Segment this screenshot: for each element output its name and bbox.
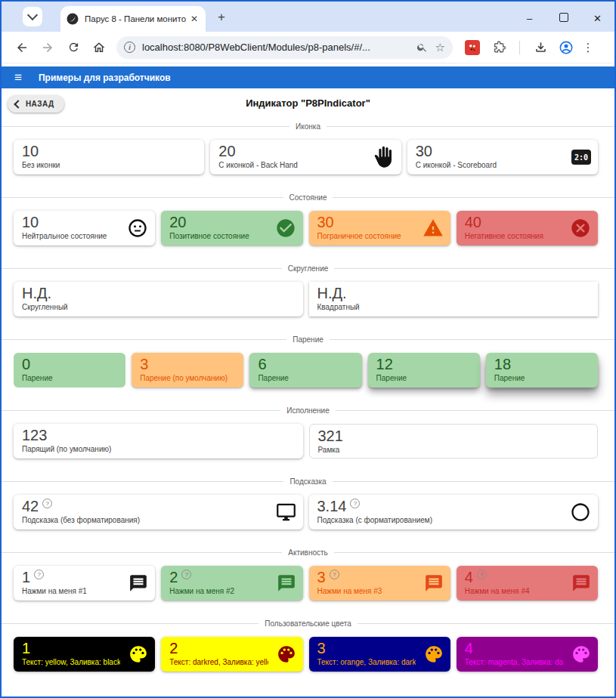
indicator-card[interactable]: 3 Парение (по умолчанию) — [132, 353, 243, 388]
reload-button[interactable] — [60, 35, 86, 60]
back-hand-icon — [372, 146, 395, 168]
section-divider-custom-colors: Пользовательские цвета — [2, 618, 614, 629]
section-divider-elevation: Парение — [2, 334, 614, 344]
downloads-button[interactable] — [528, 35, 553, 60]
scoreboard-icon: 2:0 — [571, 150, 591, 165]
section-divider-tooltip: Подсказка — [2, 476, 614, 486]
section-divider-icon: Иконка — [2, 121, 614, 131]
palette-icon — [424, 644, 444, 664]
profile-button[interactable] — [553, 35, 579, 60]
row-icons: 10 Без иконки 20 С иконкой - Back Hand 3… — [14, 140, 598, 174]
maximize-icon — [559, 13, 568, 22]
url-text[interactable]: localhost:8080/P8WebClient/Modules/p8-pa… — [142, 42, 409, 53]
section-divider-rounding: Скругление — [2, 263, 614, 273]
monitor-icon — [276, 502, 296, 523]
bookmark-star-icon[interactable]: ☆ — [435, 41, 445, 54]
app-title: Примеры для разработчиков — [39, 73, 171, 83]
circle-icon — [570, 502, 591, 523]
indicator-card[interactable]: Н.Д. Скругленный — [14, 282, 303, 317]
warning-icon — [423, 218, 444, 239]
maximize-button[interactable] — [546, 13, 580, 24]
app-bar: ≡ Примеры для разработчиков — [2, 66, 614, 88]
indicator-card[interactable]: 0 Парение — [14, 353, 125, 388]
back-button[interactable] — [9, 35, 35, 60]
extension-red-icon[interactable] — [465, 40, 480, 55]
section-label: Иконка — [289, 122, 327, 131]
indicator-card[interactable]: 2 Текст: darkred, Заливка: yellow — [161, 637, 302, 672]
zoom-icon[interactable] — [416, 42, 428, 53]
help-icon: ? — [42, 499, 52, 508]
indicator-card[interactable]: 4? Нажми на меня #4 — [457, 566, 598, 601]
indicator-card[interactable]: 20 Позитивное состояние — [161, 211, 302, 246]
chrome-menu-button[interactable]: ⋮ — [579, 41, 597, 54]
indicator-card[interactable]: 10 Без иконки — [14, 140, 204, 174]
section-divider-activity: Активность — [2, 547, 614, 557]
toolbar-separator — [519, 41, 520, 54]
indicator-card[interactable]: 20 С иконкой - Back Hand — [210, 140, 401, 174]
indicator-card[interactable]: 123 Парящий (по умолчанию) — [14, 424, 303, 459]
indicator-card[interactable]: 6 Парение — [249, 353, 361, 388]
home-icon — [92, 41, 106, 54]
site-info-icon[interactable]: i — [124, 42, 135, 53]
indicator-card[interactable]: 42? Подсказка (без форматирования) — [14, 495, 303, 530]
section-label: Парение — [286, 335, 330, 344]
indicator-card[interactable]: 3? Нажми на меня #3 — [309, 566, 450, 601]
row-tooltip: 42? Подсказка (без форматирования) 3.14?… — [14, 495, 598, 530]
indicator-card[interactable]: 4 Текст: magenta, Заливка: darkmage... — [457, 637, 598, 672]
row-activity: 1? Нажми на меня #1 2? Нажми на меня #2 … — [14, 566, 598, 601]
home-button[interactable] — [86, 35, 112, 60]
page-header: НАЗАД Индикатор "P8PIndicator" — [2, 88, 614, 119]
indicator-card[interactable]: 321 Рамка — [309, 424, 599, 459]
browser-window: Парус 8 - Панели мониторинг ✕ + – ✕ i lo… — [0, 0, 616, 698]
section-label: Пользовательские цвета — [258, 619, 357, 628]
indicator-card[interactable]: 18 Парение — [486, 353, 598, 388]
forward-arrow-icon — [41, 41, 54, 54]
indicator-card[interactable]: 1 Текст: yellow, Заливка: black — [14, 637, 155, 672]
close-window-button[interactable]: ✕ — [580, 13, 614, 24]
chevron-down-icon — [27, 10, 38, 20]
tab-close-icon[interactable]: ✕ — [189, 14, 200, 24]
indicator-card[interactable]: Н.Д. Квадратный — [309, 282, 599, 317]
row-custom-colors: 1 Текст: yellow, Заливка: black 2 Текст:… — [14, 637, 598, 672]
page-title: Индикатор "P8PIndicator" — [2, 97, 614, 109]
sentiment-neutral-icon — [127, 218, 148, 239]
message-icon — [571, 573, 591, 593]
cancel-icon — [570, 218, 591, 239]
new-tab-button[interactable]: + — [218, 10, 225, 25]
tab-title: Парус 8 - Панели мониторинг — [85, 14, 186, 23]
indicator-card[interactable]: 12 Парение — [368, 353, 480, 388]
section-label: Состояние — [283, 193, 333, 202]
browser-tab[interactable]: Парус 8 - Панели мониторинг ✕ — [60, 6, 206, 32]
address-bar[interactable]: i localhost:8080/P8WebClient/Modules/p8-… — [116, 36, 453, 59]
indicator-card[interactable]: 40 Негативное состояния — [457, 211, 598, 246]
window-controls: – ✕ — [512, 13, 614, 24]
help-icon: ? — [181, 570, 191, 579]
help-icon: ? — [350, 499, 360, 508]
reload-icon — [67, 41, 80, 54]
minimize-button[interactable]: – — [512, 13, 546, 24]
indicator-card[interactable]: 1? Нажми на меня #1 — [14, 566, 155, 601]
message-icon — [277, 573, 296, 593]
download-icon — [534, 40, 548, 54]
forward-button[interactable] — [35, 35, 60, 60]
palette-icon — [277, 644, 296, 664]
section-label: Скругление — [282, 264, 335, 273]
hamburger-menu-icon[interactable]: ≡ — [14, 71, 22, 84]
extensions-button[interactable] — [486, 35, 512, 60]
section-divider-variant: Исполнение — [2, 405, 614, 415]
indicator-card[interactable]: 10 Нейтральное состояние — [14, 211, 155, 246]
puzzle-icon — [492, 40, 506, 54]
row-states: 10 Нейтральное состояние 20 Позитивное с… — [14, 211, 598, 246]
message-icon — [128, 573, 148, 593]
indicator-card[interactable]: 3.14? Подсказка (с форматированием) — [309, 495, 599, 530]
indicator-card[interactable]: 30 Пограничное состояние — [309, 211, 450, 246]
browser-toolbar: i localhost:8080/P8WebClient/Modules/p8-… — [2, 32, 614, 63]
indicator-card[interactable]: 2? Нажми на меня #2 — [161, 566, 302, 601]
indicator-card[interactable]: 30 С иконкой - Scoreboard 2:0 — [407, 140, 598, 174]
parus-favicon-icon — [67, 13, 79, 25]
back-arrow-icon — [15, 41, 29, 54]
indicator-card[interactable]: 3 Текст: orange, Заливка: darkblue — [309, 637, 450, 672]
account-icon — [559, 40, 574, 55]
tab-search-button[interactable] — [23, 7, 42, 26]
help-icon: ? — [477, 570, 487, 579]
